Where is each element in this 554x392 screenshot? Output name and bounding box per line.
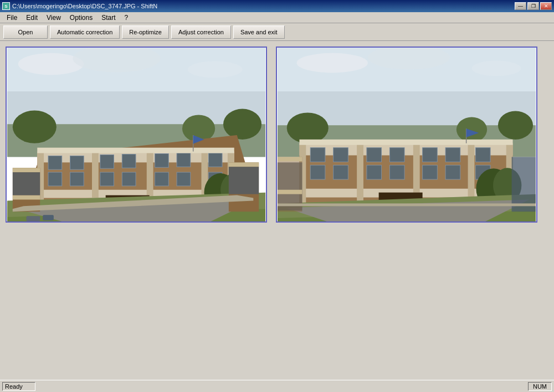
close-button[interactable]: ✕ (540, 2, 552, 10)
status-text: Ready (2, 382, 35, 391)
svg-rect-47 (13, 195, 40, 200)
svg-rect-43 (27, 216, 40, 221)
title-bar: S C:\Users\mogeringo\Desktop\DSC_3747.JP… (0, 0, 554, 12)
app-icon: S (2, 2, 10, 10)
svg-point-59 (287, 113, 329, 143)
svg-rect-46 (13, 168, 40, 172)
menu-file[interactable]: File (2, 13, 22, 23)
window-title: C:\Users\mogeringo\Desktop\DSC_3747.JPG … (12, 3, 157, 9)
svg-point-57 (472, 61, 521, 76)
svg-rect-27 (70, 172, 84, 186)
menu-start[interactable]: Start (97, 13, 120, 23)
svg-rect-44 (43, 215, 54, 220)
svg-rect-77 (475, 148, 490, 162)
menu-edit[interactable]: Edit (22, 13, 42, 23)
svg-rect-49 (229, 162, 259, 167)
svg-point-55 (297, 53, 368, 73)
svg-rect-24 (177, 153, 191, 167)
svg-rect-83 (445, 165, 460, 179)
svg-rect-72 (334, 148, 348, 162)
svg-rect-78 (310, 165, 325, 179)
menu-help[interactable]: ? (120, 13, 133, 23)
svg-rect-100 (278, 190, 302, 194)
svg-point-7 (223, 109, 261, 140)
open-button[interactable]: Open (3, 25, 48, 39)
title-bar-left: S C:\Users\mogeringo\Desktop\DSC_3747.JP… (2, 2, 157, 10)
svg-rect-25 (208, 153, 222, 167)
menu-bar: File Edit View Options Start ? (0, 12, 554, 23)
svg-rect-82 (423, 165, 438, 179)
svg-rect-73 (367, 148, 382, 162)
svg-rect-50 (13, 172, 40, 195)
svg-point-6 (13, 111, 57, 143)
original-image (7, 48, 266, 221)
svg-rect-81 (389, 165, 404, 179)
svg-rect-23 (155, 154, 169, 168)
toolbar: Open Automatic correction Re-optimize Ad… (0, 23, 554, 41)
status-bar: Ready NUM (0, 380, 554, 392)
svg-rect-31 (177, 172, 191, 186)
svg-rect-86 (299, 140, 512, 145)
svg-rect-71 (310, 148, 325, 162)
svg-rect-101 (278, 203, 536, 206)
svg-rect-20 (70, 156, 84, 170)
svg-rect-76 (445, 148, 460, 162)
svg-rect-79 (334, 165, 348, 179)
svg-point-60 (498, 111, 533, 140)
adjust-correction-button[interactable]: Adjust correction (171, 25, 231, 39)
restore-button[interactable]: ❐ (527, 2, 539, 10)
menu-view[interactable]: View (42, 13, 65, 23)
svg-rect-28 (100, 172, 114, 186)
corrected-image-panel (276, 47, 537, 223)
window-controls: — ❐ ✕ (515, 2, 552, 10)
svg-rect-19 (48, 156, 62, 170)
main-content (0, 41, 554, 380)
num-lock-indicator: NUM (528, 382, 552, 391)
automatic-correction-button[interactable]: Automatic correction (50, 25, 120, 39)
svg-rect-75 (423, 148, 438, 162)
svg-rect-80 (367, 165, 382, 179)
svg-rect-22 (122, 154, 136, 168)
svg-rect-74 (389, 148, 404, 162)
status-right: NUM (528, 382, 552, 391)
svg-rect-51 (229, 167, 259, 194)
original-image-panel (6, 47, 267, 223)
save-and-exit-button[interactable]: Save and exit (233, 25, 285, 39)
corrected-image (277, 48, 536, 221)
svg-point-61 (456, 117, 487, 142)
svg-rect-26 (48, 172, 62, 186)
svg-rect-29 (122, 172, 136, 186)
status-left: Ready (2, 382, 35, 391)
svg-rect-21 (100, 155, 114, 169)
re-optimize-button[interactable]: Re-optimize (122, 25, 169, 39)
svg-point-4 (188, 61, 243, 78)
svg-rect-99 (278, 157, 302, 161)
minimize-button[interactable]: — (515, 2, 526, 10)
svg-rect-34 (37, 148, 234, 153)
svg-rect-30 (155, 172, 169, 186)
menu-options[interactable]: Options (65, 13, 97, 23)
